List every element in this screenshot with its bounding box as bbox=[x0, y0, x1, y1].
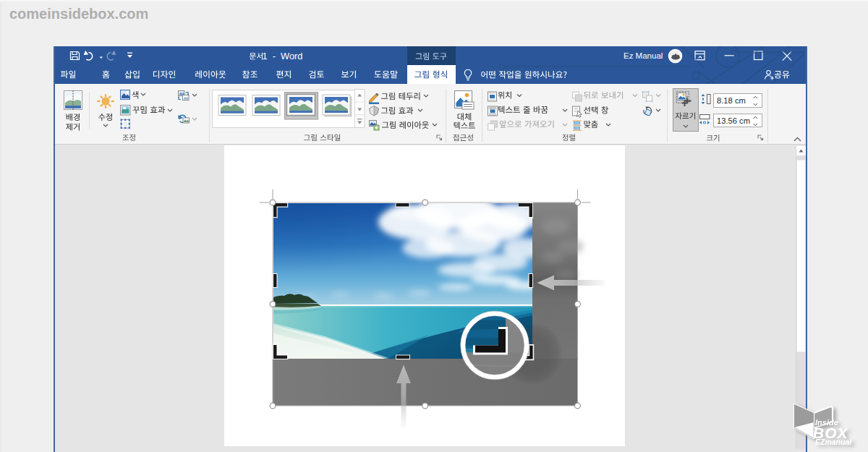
svg-text:EZmanual: EZmanual bbox=[815, 438, 852, 446]
